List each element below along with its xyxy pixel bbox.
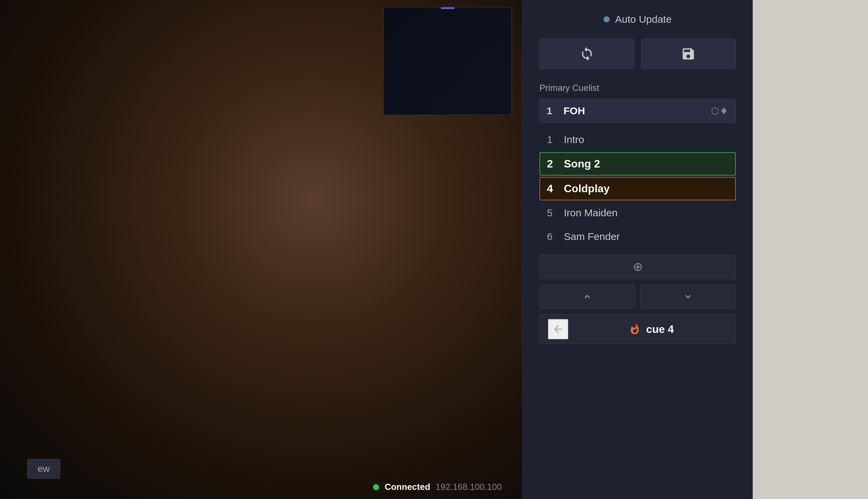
save-button[interactable] — [641, 39, 736, 69]
nav-down-button[interactable] — [640, 284, 736, 309]
nav-row — [539, 284, 736, 309]
reset-icon — [579, 47, 595, 61]
icon-buttons-row — [539, 39, 736, 69]
dropdown-arrow-icon: ⬡ — [711, 106, 719, 117]
preview-button[interactable]: ew — [27, 459, 60, 479]
cue-item-num: 2 — [547, 158, 564, 170]
primary-cuelist-label: Primary Cuelist — [539, 83, 736, 93]
chevron-up-icon — [582, 291, 593, 302]
save-icon — [681, 47, 696, 61]
cue-label: cue 4 — [646, 323, 674, 336]
add-icon: ⊕ — [633, 261, 643, 273]
screen-area — [383, 7, 512, 115]
reset-button[interactable] — [539, 39, 634, 69]
screen-top-bar — [441, 8, 454, 9]
nav-up-button[interactable] — [539, 284, 635, 309]
cue-item[interactable]: 1Intro — [539, 129, 736, 151]
chevron-down-icon — [683, 291, 693, 302]
far-right-panel — [753, 0, 868, 499]
back-arrow-icon — [552, 323, 564, 335]
fire-icon — [628, 323, 641, 335]
cue-item-name: Sam Fender — [564, 231, 620, 242]
cuelist-dropdown[interactable]: 1 FOH ⬡ — [539, 99, 736, 123]
cuelist-name: FOH — [563, 105, 711, 117]
connected-dot — [373, 484, 379, 490]
cue-item-num: 4 — [547, 182, 564, 195]
cue-item-name: Song 2 — [564, 158, 600, 170]
cue-fire-area[interactable]: cue 4 — [575, 323, 727, 336]
cue-item[interactable]: 2Song 2 — [539, 152, 736, 175]
cue-item-name: Intro — [564, 134, 584, 145]
back-button[interactable] — [548, 319, 568, 339]
auto-update-dot — [603, 16, 610, 22]
cue-list: 1Intro2Song 24Coldplay5Iron Maiden6Sam F… — [539, 129, 736, 248]
cue-item-num: 1 — [547, 134, 564, 145]
status-bar: Connected 192.168.100.100 — [373, 482, 502, 492]
ip-address: 192.168.100.100 — [436, 482, 502, 492]
connected-label: Connected — [384, 482, 430, 492]
add-cue-button[interactable]: ⊕ — [539, 255, 736, 279]
cuelist-num: 1 — [547, 105, 563, 117]
cue-item-num: 6 — [547, 231, 564, 242]
cue-item[interactable]: 5Iron Maiden — [539, 202, 736, 224]
cue-item-num: 5 — [547, 207, 564, 219]
bottom-left-area: ew — [27, 459, 60, 479]
cue-bar: cue 4 — [539, 314, 736, 344]
left-panel: ew Connected 192.168.100.100 — [0, 0, 522, 499]
dropdown-chevrons-icon — [719, 105, 729, 117]
right-panel: Auto Update Primary Cuelist 1 FOH ⬡ — [522, 0, 753, 499]
screen-inner — [384, 8, 511, 114]
cue-item-name: Iron Maiden — [564, 207, 618, 219]
cue-item-name: Coldplay — [564, 182, 610, 195]
cue-item[interactable]: 4Coldplay — [539, 177, 736, 200]
cue-item[interactable]: 6Sam Fender — [539, 226, 736, 248]
auto-update-label: Auto Update — [615, 14, 672, 25]
auto-update-row: Auto Update — [539, 14, 736, 25]
